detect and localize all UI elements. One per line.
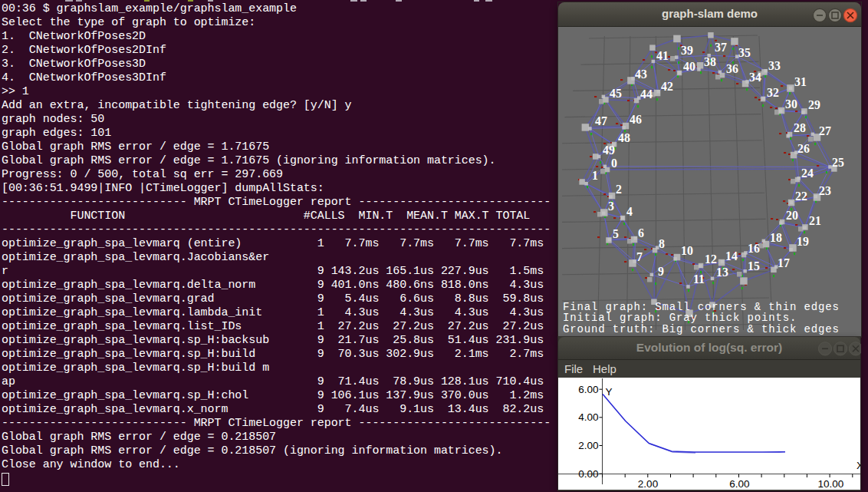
svg-text:27: 27 — [819, 124, 831, 137]
svg-text:6.00: 6.00 — [578, 383, 598, 395]
svg-text:36: 36 — [726, 62, 738, 75]
svg-text:1: 1 — [592, 169, 598, 182]
svg-text:23: 23 — [819, 184, 831, 197]
svg-text:37: 37 — [715, 41, 727, 54]
svg-text:2.00: 2.00 — [578, 440, 598, 451]
svg-text:8: 8 — [659, 237, 665, 250]
svg-text:45: 45 — [610, 87, 622, 100]
svg-text:21: 21 — [809, 214, 821, 227]
svg-text:22: 22 — [795, 190, 807, 203]
svg-text:42: 42 — [661, 80, 673, 93]
svg-text:2.00: 2.00 — [638, 477, 658, 489]
svg-text:17: 17 — [778, 256, 790, 269]
svg-text:25: 25 — [832, 156, 844, 169]
svg-text:4.00: 4.00 — [578, 411, 598, 423]
svg-text:30: 30 — [785, 97, 797, 111]
svg-text:15: 15 — [748, 259, 760, 272]
svg-text:0.00: 0.00 — [578, 467, 598, 479]
svg-text:48: 48 — [618, 131, 630, 144]
svg-text:6: 6 — [638, 226, 644, 239]
svg-text:5: 5 — [613, 227, 619, 240]
svg-text:29: 29 — [808, 98, 820, 111]
svg-text:3: 3 — [608, 200, 614, 213]
svg-text:6.00: 6.00 — [729, 477, 749, 489]
svg-text:4: 4 — [626, 205, 633, 218]
svg-text:49: 49 — [603, 144, 615, 157]
svg-text:31: 31 — [794, 75, 807, 88]
svg-text:28: 28 — [794, 121, 806, 134]
svg-text:9: 9 — [658, 265, 664, 278]
svg-text:20: 20 — [786, 209, 798, 222]
svg-text:2: 2 — [616, 183, 622, 196]
svg-text:43: 43 — [635, 68, 647, 81]
svg-text:13: 13 — [716, 266, 728, 279]
svg-text:24: 24 — [801, 167, 814, 180]
svg-text:X: X — [856, 459, 860, 471]
svg-text:47: 47 — [595, 114, 607, 127]
svg-text:35: 35 — [738, 46, 751, 59]
svg-text:16: 16 — [748, 242, 760, 255]
svg-text:41: 41 — [656, 49, 669, 62]
svg-text:38: 38 — [704, 55, 716, 68]
svg-text:7: 7 — [636, 250, 643, 263]
svg-text:40: 40 — [683, 60, 695, 73]
svg-text:26: 26 — [797, 142, 810, 155]
svg-text:19: 19 — [797, 235, 809, 248]
svg-text:39: 39 — [681, 44, 693, 57]
svg-text:33: 33 — [768, 59, 781, 72]
svg-text:12: 12 — [705, 253, 717, 266]
svg-text:Y: Y — [606, 385, 613, 397]
svg-text:0: 0 — [611, 157, 617, 170]
svg-text:11: 11 — [693, 272, 705, 286]
svg-text:44: 44 — [640, 88, 653, 101]
svg-text:10.00: 10.00 — [818, 477, 844, 489]
svg-text:10: 10 — [681, 244, 693, 257]
svg-text:32: 32 — [767, 86, 779, 99]
svg-text:14: 14 — [725, 249, 738, 263]
svg-text:46: 46 — [630, 113, 642, 126]
svg-text:34: 34 — [749, 71, 761, 84]
svg-text:18: 18 — [770, 231, 782, 244]
